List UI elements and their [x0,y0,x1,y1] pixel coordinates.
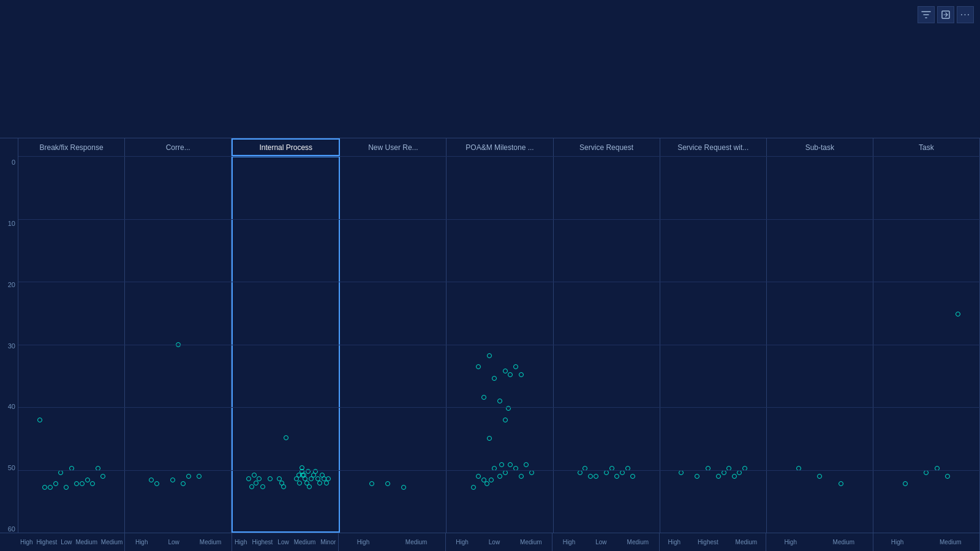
x-col-labels-sub-task: HighMedium [766,533,873,551]
data-dot [42,485,47,490]
x-col-labels-task: HighMedium [873,533,980,551]
x-label: Highest [698,539,718,545]
col-header-corre[interactable]: Corre... [125,138,232,156]
grid-col-service-request-wit [660,156,767,533]
x-col-labels-internal-process: HighHighestLowMediumMinor [232,533,339,551]
top-area: ··· [0,0,980,138]
data-dot [307,484,312,489]
data-dot [588,474,593,479]
data-dot [732,474,737,479]
col-header-service-request-wit[interactable]: Service Request wit... [660,138,767,156]
y-tick: 50 [0,465,15,471]
x-label: High [135,539,148,545]
y-tick: 60 [0,526,15,533]
data-dot [625,466,630,471]
x-label: Medium [940,539,962,545]
data-dot [742,466,747,471]
data-dot [529,470,534,475]
data-dot [497,399,502,403]
data-dot [326,476,331,481]
data-dot [513,364,518,369]
x-axis-cols: HighHighestLowMediumMediumHighLowMediumH… [18,533,980,551]
data-dot [58,470,63,475]
y-tick: 0 [0,159,15,166]
data-dot [489,478,494,482]
data-dot [604,470,609,475]
data-dot [96,466,100,471]
x-label: Medium [833,539,855,545]
data-dot [64,485,69,490]
data-dot [186,474,191,479]
data-dot [401,485,406,490]
data-dot [257,476,262,481]
x-axis: HighHighestLowMediumMediumHighLowMediumH… [0,533,980,551]
data-dot [499,462,504,467]
x-label: Highest [252,539,273,545]
more-button[interactable]: ··· [957,6,974,23]
x-label: Medium [627,539,649,545]
data-dot [300,465,304,470]
data-dot [471,485,476,490]
x-label: Highest [36,539,57,545]
data-dot [154,481,159,486]
data-dot [609,466,614,471]
x-label: Medium [736,539,758,545]
data-dot [817,474,822,479]
col-header-break-fix[interactable]: Break/fix Response [18,138,125,156]
data-dot [181,481,186,486]
data-dot [197,474,202,479]
data-dot [503,418,508,422]
y-tick: 30 [0,343,15,350]
data-dot [487,353,492,358]
data-dot [85,478,90,482]
x-col-labels-service-request: HighLowMedium [552,533,659,551]
data-dot [284,435,288,440]
data-dot [317,481,322,485]
data-dot [487,436,492,441]
x-label: Medium [200,539,222,545]
grid-col-task [873,156,980,533]
data-dot [100,474,105,479]
data-dot [594,474,598,479]
data-dot [935,466,940,471]
data-dot [492,376,497,381]
data-dot [69,466,74,471]
data-dot [497,474,502,479]
data-dot [582,466,587,471]
y-tick: 40 [0,403,15,410]
x-label: Minor [320,539,336,545]
export-button[interactable] [937,6,954,23]
col-header-task[interactable]: Task [873,138,980,156]
data-dot [706,466,710,471]
data-dot [945,474,950,479]
data-dot [492,466,497,471]
col-header-poam[interactable]: POA&M Milestone ... [447,138,553,156]
data-dot [722,470,726,475]
x-label: Medium [520,539,542,545]
data-dot [481,395,486,400]
grid-col-new-user [340,156,447,533]
x-label: High [891,539,904,545]
filter-button[interactable] [918,6,935,23]
data-dot [519,372,524,377]
data-dot [484,481,489,486]
x-label: Low [595,539,606,545]
grid-col-break-fix [18,156,125,533]
data-dot [726,466,731,471]
data-dot [630,474,635,479]
data-dot [48,485,53,490]
col-header-sub-task[interactable]: Sub-task [767,138,873,156]
x-label: Low [489,539,500,545]
col-header-internal-process[interactable]: Internal Process [232,138,340,156]
x-col-labels-break-fix: HighHighestLowMediumMedium [18,533,125,551]
x-label: Low [168,539,179,545]
col-header-new-user[interactable]: New User Re... [340,138,447,156]
data-dot [578,470,582,475]
x-label: High [20,539,33,545]
data-dot [252,473,257,478]
data-dot [503,369,508,373]
x-col-labels-poam: HighLowMedium [446,533,552,551]
col-header-service-request[interactable]: Service Request [554,138,660,156]
data-dot [519,474,524,479]
y-axis-space [0,138,18,156]
